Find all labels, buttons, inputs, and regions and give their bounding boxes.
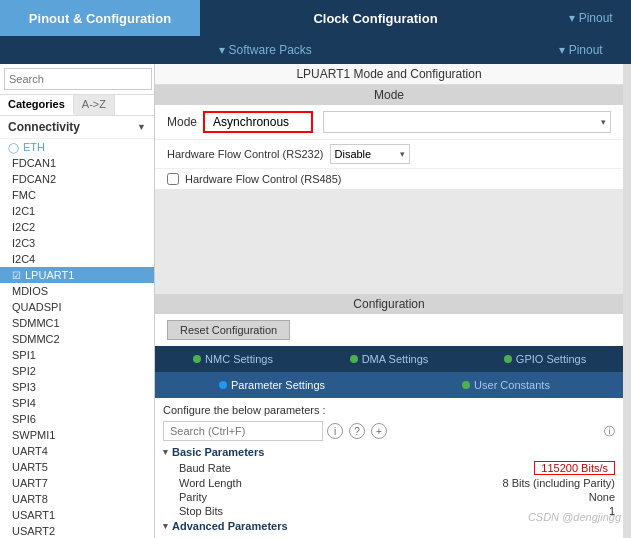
info-icon-2[interactable]: ? xyxy=(349,423,365,439)
search-bar: ⚙ xyxy=(0,64,154,95)
sidebar-item-spi3[interactable]: SPI3 xyxy=(0,379,154,395)
dot-green-icon xyxy=(350,355,358,363)
info-icon-1[interactable]: i xyxy=(327,423,343,439)
spacer xyxy=(155,189,623,294)
sidebar-item-spi4[interactable]: SPI4 xyxy=(0,395,154,411)
sidebar-item-sdmmc1[interactable]: SDMMC1 xyxy=(0,315,154,331)
eth-circle-icon: ◯ xyxy=(8,142,19,153)
basic-params-group[interactable]: ▾ Basic Parameters xyxy=(163,444,615,460)
tab-gpio-settings[interactable]: GPIO Settings xyxy=(467,346,623,372)
sidebar-item-eth[interactable]: ◯ ETH xyxy=(0,139,154,155)
sidebar-item-spi2[interactable]: SPI2 xyxy=(0,363,154,379)
config-section: Configuration Reset Configuration xyxy=(155,294,623,346)
sidebar-item-spi6[interactable]: SPI6 xyxy=(0,411,154,427)
param-row-parity: Parity None xyxy=(163,490,615,504)
params-search-row: i ? + ⓘ xyxy=(163,418,615,444)
mode-value: Asynchronous xyxy=(203,111,313,133)
info-icons: i ? + xyxy=(327,423,387,439)
search-input[interactable] xyxy=(4,68,152,90)
tab-pinout-right[interactable]: ▾ Pinout xyxy=(551,0,631,36)
tab-az[interactable]: A->Z xyxy=(74,95,115,115)
param-name-baudrate: Baud Rate xyxy=(179,462,534,474)
dot-blue-icon xyxy=(219,381,227,389)
mode-section: Mode Mode Asynchronous ▾ Hardware Flow C… xyxy=(155,85,623,189)
check-icon: ☑ xyxy=(12,270,21,281)
watermark: CSDN @dengjingg xyxy=(528,511,621,523)
tab-pinout[interactable]: Pinout & Configuration xyxy=(0,0,200,36)
dot-green-icon xyxy=(193,355,201,363)
params-header: Configure the below parameters : xyxy=(163,402,615,418)
tab-user-constants[interactable]: User Constants xyxy=(389,372,623,398)
info-icon-3[interactable]: + xyxy=(371,423,387,439)
content-area: LPUART1 Mode and Configuration Mode Mode… xyxy=(155,64,623,538)
rs485-row: Hardware Flow Control (RS485) xyxy=(155,169,623,189)
rs485-label: Hardware Flow Control (RS485) xyxy=(185,173,342,185)
sidebar-item-uart7[interactable]: UART7 xyxy=(0,475,154,491)
sidebar-item-fdcan2[interactable]: FDCAN2 xyxy=(0,171,154,187)
tab-nmc-settings[interactable]: NMC Settings xyxy=(155,346,311,372)
tab-categories[interactable]: Categories xyxy=(0,95,74,115)
settings-tabs: NMC Settings DMA Settings GPIO Settings xyxy=(155,346,623,372)
dot-green-icon xyxy=(462,381,470,389)
sidebar-item-i2c2[interactable]: I2C2 xyxy=(0,219,154,235)
sidebar-item-uart8[interactable]: UART8 xyxy=(0,491,154,507)
sidebar-item-quadspi[interactable]: QUADSPI xyxy=(0,299,154,315)
sidebar-item-mdios[interactable]: MDIOS xyxy=(0,283,154,299)
param-value-baudrate: 115200 Bits/s xyxy=(534,461,615,475)
sidebar-item-sdmmc2[interactable]: SDMMC2 xyxy=(0,331,154,347)
mode-label: Mode xyxy=(167,115,197,129)
mode-row: Mode Asynchronous ▾ xyxy=(155,105,623,140)
sidebar-item-i2c3[interactable]: I2C3 xyxy=(0,235,154,251)
sidebar-item-i2c4[interactable]: I2C4 xyxy=(0,251,154,267)
param-row-baudrate: Baud Rate 115200 Bits/s xyxy=(163,460,615,476)
tab-dma-settings[interactable]: DMA Settings xyxy=(311,346,467,372)
tab-clock[interactable]: Clock Configuration xyxy=(200,0,551,36)
settings-tabs-row2: Parameter Settings User Constants xyxy=(155,372,623,398)
mode-section-title: Mode xyxy=(155,85,623,105)
param-row-wordlength: Word Length 8 Bits (including Parity) xyxy=(163,476,615,490)
sidebar-item-uart4[interactable]: UART4 xyxy=(0,443,154,459)
param-value-parity: None xyxy=(589,491,615,503)
sidebar-item-uart5[interactable]: UART5 xyxy=(0,459,154,475)
param-name-parity: Parity xyxy=(179,491,589,503)
chevron-down-icon: ▾ xyxy=(400,149,405,159)
sidebar-item-fmc[interactable]: FMC xyxy=(0,187,154,203)
panel-title: LPUART1 Mode and Configuration xyxy=(155,64,623,85)
reset-config-button[interactable]: Reset Configuration xyxy=(167,320,290,340)
sub-pinout[interactable]: ▾ Pinout xyxy=(531,36,631,64)
chevron-down-icon: ▾ xyxy=(601,117,606,127)
chevron-down-icon: ▾ xyxy=(163,521,168,531)
info-right-icon: ⓘ xyxy=(604,424,615,439)
param-name-wordlength: Word Length xyxy=(179,477,503,489)
sidebar: ⚙ Categories A->Z Connectivity ▼ ◯ ETH F… xyxy=(0,64,155,538)
sidebar-item-usart2[interactable]: USART2 xyxy=(0,523,154,538)
connectivity-header[interactable]: Connectivity ▼ xyxy=(0,116,154,139)
param-value-wordlength: 8 Bits (including Parity) xyxy=(503,477,616,489)
sidebar-item-usart1[interactable]: USART1 xyxy=(0,507,154,523)
params-search-input[interactable] xyxy=(163,421,323,441)
hardware-flow-row: Hardware Flow Control (RS232) Disable ▾ xyxy=(155,140,623,169)
sidebar-item-lpuart1[interactable]: ☑ LPUART1 xyxy=(0,267,154,283)
hw-flow-label: Hardware Flow Control (RS232) xyxy=(167,148,324,160)
hw-flow-dropdown[interactable]: Disable ▾ xyxy=(330,144,410,164)
sidebar-item-fdcan1[interactable]: FDCAN1 xyxy=(0,155,154,171)
scrollbar[interactable] xyxy=(623,64,631,538)
sub-software-packs[interactable]: ▾ Software Packs xyxy=(0,36,531,64)
sidebar-item-i2c1[interactable]: I2C1 xyxy=(0,203,154,219)
dot-green-icon xyxy=(504,355,512,363)
sidebar-item-spi1[interactable]: SPI1 xyxy=(0,347,154,363)
chevron-down-icon: ▾ xyxy=(163,447,168,457)
chevron-down-icon: ▼ xyxy=(137,122,146,132)
mode-dropdown[interactable]: ▾ xyxy=(323,111,611,133)
rs485-checkbox[interactable] xyxy=(167,173,179,185)
category-tabs: Categories A->Z xyxy=(0,95,154,116)
sidebar-item-swpmi1[interactable]: SWPMI1 xyxy=(0,427,154,443)
sidebar-list: ◯ ETH FDCAN1 FDCAN2 FMC I2C1 I2C2 I2C3 I… xyxy=(0,139,154,538)
config-section-title: Configuration xyxy=(155,294,623,314)
tab-parameter-settings[interactable]: Parameter Settings xyxy=(155,372,389,398)
